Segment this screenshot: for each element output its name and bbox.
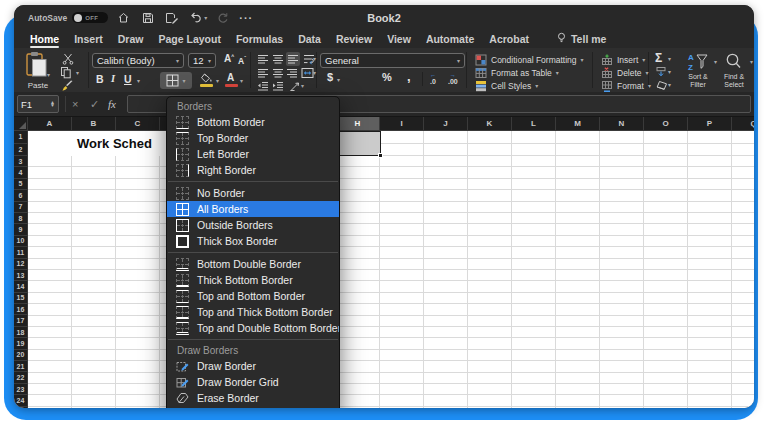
align-center-icon[interactable] <box>272 67 284 79</box>
select-all-corner[interactable] <box>14 117 28 131</box>
copy-icon[interactable] <box>60 66 72 79</box>
grow-font-button[interactable]: A^ <box>224 53 234 64</box>
sort-filter-button[interactable]: AZ▾ Sort & Filter <box>680 51 716 89</box>
comma-style-button[interactable]: , <box>407 69 411 84</box>
clear-icon[interactable] <box>655 80 668 91</box>
copy-chevron-icon[interactable]: ▾ <box>76 70 79 76</box>
menu-item-all-borders[interactable]: All Borders <box>167 201 339 217</box>
insert-function-icon[interactable]: fx <box>108 95 116 113</box>
row-header-4[interactable]: 4 <box>14 167 28 178</box>
save-as-icon[interactable] <box>163 9 180 26</box>
tab-formulas[interactable]: Formulas <box>236 31 283 48</box>
row-header-11[interactable]: 11 <box>14 247 28 258</box>
row-header-23[interactable]: 23 <box>14 384 28 395</box>
font-size-select[interactable]: 12▾ <box>188 53 216 68</box>
menu-item-bottom-double-border[interactable]: Bottom Double Border <box>167 256 339 272</box>
row-header-5[interactable]: 5 <box>14 179 28 190</box>
fill-icon[interactable] <box>655 66 667 78</box>
column-header-L[interactable]: L <box>512 117 556 131</box>
shrink-font-button[interactable]: Aˇ <box>238 55 246 66</box>
font-name-select[interactable]: Calibri (Body)▾ <box>92 53 184 68</box>
row-header-1[interactable]: 1 <box>14 131 28 144</box>
column-header-K[interactable]: K <box>468 117 512 131</box>
column-header-N[interactable]: N <box>600 117 644 131</box>
column-header-O[interactable]: O <box>644 117 688 131</box>
row-header-8[interactable]: 8 <box>14 213 28 224</box>
more-commands-icon[interactable]: ··· <box>239 12 253 24</box>
tab-draw[interactable]: Draw <box>118 31 144 48</box>
menu-item-top-and-thick-bottom-border[interactable]: Top and Thick Bottom Border <box>167 304 339 320</box>
format-painter-icon[interactable] <box>61 80 74 92</box>
row-header-12[interactable]: 12 <box>14 259 28 270</box>
cancel-icon[interactable]: × <box>72 95 78 113</box>
align-left-icon[interactable] <box>257 67 269 79</box>
orientation-icon[interactable] <box>289 80 301 92</box>
cell-grid[interactable]: Work Sched <box>28 131 754 408</box>
row-header-10[interactable]: 10 <box>14 236 28 247</box>
paste-button[interactable]: ▾ Paste <box>22 51 54 90</box>
row-header-2[interactable]: 2 <box>14 144 28 157</box>
tab-data[interactable]: Data <box>298 31 321 48</box>
menu-item-top-and-double-bottom-border[interactable]: Top and Double Bottom Border <box>167 320 339 336</box>
column-header-H[interactable]: H <box>336 117 380 131</box>
tab-insert[interactable]: Insert <box>74 31 103 48</box>
number-format-select[interactable]: General▾ <box>320 53 465 68</box>
menu-item-outside-borders[interactable]: Outside Borders <box>167 217 339 233</box>
clear-chevron-icon[interactable]: ▾ <box>668 82 671 88</box>
delete-cells-button[interactable]: Delete▾ <box>601 67 649 79</box>
row-header-16[interactable]: 16 <box>14 304 28 315</box>
borders-chevron-icon[interactable]: ▾ <box>182 78 185 84</box>
borders-button[interactable]: ▾ <box>160 72 192 89</box>
tab-automate[interactable]: Automate <box>426 31 474 48</box>
autosave-toggle[interactable]: OFF <box>72 12 108 23</box>
autosum-chevron-icon[interactable]: ▾ <box>668 56 671 62</box>
column-header-J[interactable]: J <box>424 117 468 131</box>
fill-handle[interactable] <box>378 153 383 158</box>
decrease-decimal-button[interactable]: →.00 <box>448 72 458 85</box>
increase-decimal-button[interactable]: ←.0 <box>430 72 436 85</box>
format-cells-button[interactable]: Format▾ <box>601 80 651 92</box>
menu-item-bottom-border[interactable]: Bottom Border <box>167 114 339 130</box>
redo-icon[interactable] <box>214 9 231 26</box>
align-middle-icon[interactable] <box>272 53 284 65</box>
conditional-formatting-button[interactable]: Conditional Formatting▾ <box>475 54 584 66</box>
fill-color-icon[interactable] <box>200 73 214 84</box>
column-header-C[interactable]: C <box>116 117 160 131</box>
tab-home[interactable]: Home <box>30 31 59 48</box>
currency-button[interactable]: $ <box>327 71 333 83</box>
save-icon[interactable] <box>139 9 156 26</box>
menu-item-top-border[interactable]: Top Border <box>167 130 339 146</box>
menu-item-erase-border[interactable]: Erase Border <box>167 390 339 406</box>
enter-icon[interactable]: ✓ <box>90 95 99 113</box>
tab-review[interactable]: Review <box>336 31 372 48</box>
fill-chevron-icon[interactable]: ▾ <box>668 69 671 75</box>
font-color-chevron-icon[interactable]: ▾ <box>240 78 243 84</box>
autosum-button[interactable]: Σ <box>655 51 662 65</box>
italic-button[interactable]: I <box>111 73 115 84</box>
menu-item-partial[interactable] <box>167 406 339 408</box>
tab-page-layout[interactable]: Page Layout <box>158 31 220 48</box>
menu-item-draw-border-grid[interactable]: Draw Border Grid <box>167 374 339 390</box>
column-header-I[interactable]: I <box>380 117 424 131</box>
wrap-chevron-icon[interactable]: ▾ <box>313 56 316 62</box>
undo-chevron-icon[interactable]: ▾ <box>204 15 207 21</box>
name-box-stepper-icon[interactable]: ▲▼ <box>50 101 55 107</box>
fill-color-chevron-icon[interactable]: ▾ <box>216 78 219 84</box>
selected-cell[interactable] <box>336 131 381 156</box>
row-header-15[interactable]: 15 <box>14 293 28 304</box>
align-top-icon[interactable] <box>257 53 269 65</box>
row-header-21[interactable]: 21 <box>14 361 28 372</box>
column-header-B[interactable]: B <box>72 117 116 131</box>
menu-item-right-border[interactable]: Right Border <box>167 162 339 178</box>
menu-item-top-and-bottom-border[interactable]: Top and Bottom Border <box>167 288 339 304</box>
row-header-3[interactable]: 3 <box>14 156 28 167</box>
column-header-A[interactable]: A <box>28 117 72 131</box>
increase-indent-icon[interactable] <box>272 80 284 92</box>
bold-button[interactable]: B <box>96 73 104 85</box>
orientation-chevron-icon[interactable]: ▾ <box>301 83 304 89</box>
align-bottom-icon[interactable] <box>286 52 300 66</box>
column-header-Q[interactable]: Q <box>732 117 754 131</box>
underline-button[interactable]: U <box>124 73 132 85</box>
row-header-9[interactable]: 9 <box>14 224 28 235</box>
align-right-icon[interactable] <box>286 67 298 79</box>
